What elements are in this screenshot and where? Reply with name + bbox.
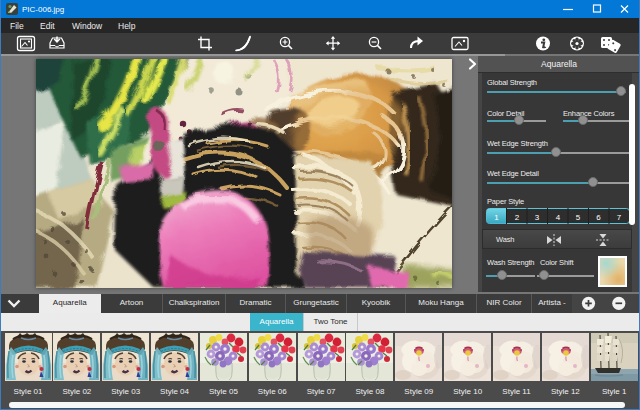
svg-text:4: 4: [556, 212, 561, 221]
svg-text:5: 5: [576, 212, 581, 221]
svg-text:3: 3: [535, 212, 540, 221]
svg-text:1: 1: [494, 212, 499, 221]
svg-text:2: 2: [515, 212, 520, 221]
svg-text:6: 6: [596, 212, 601, 221]
svg-text:7: 7: [617, 212, 622, 221]
